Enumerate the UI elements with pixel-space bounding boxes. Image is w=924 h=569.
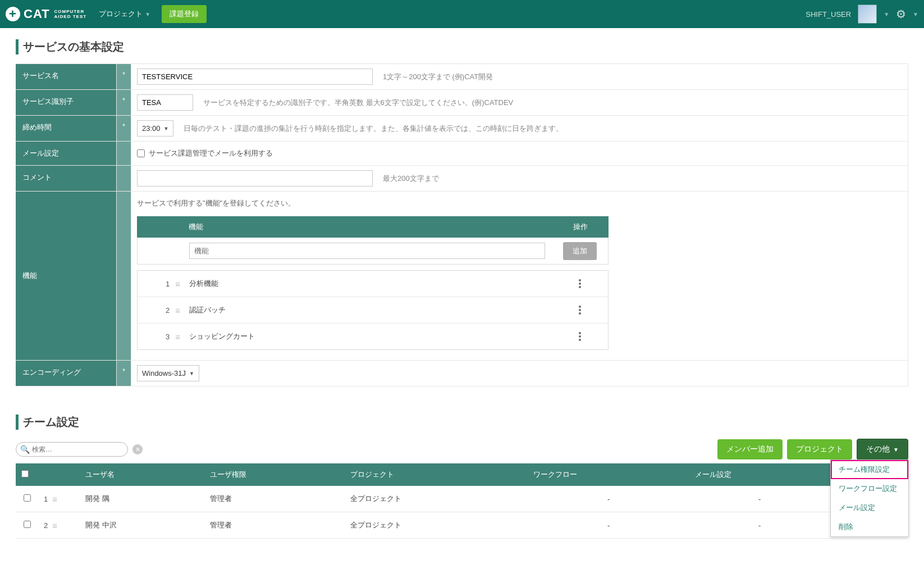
cell-workflow: - (528, 486, 689, 512)
dropdown-mail[interactable]: メール設定 (831, 498, 908, 517)
search-box: 🔍 (16, 442, 128, 457)
cell-workflow: - (528, 512, 689, 539)
username-label: SHIFT_USER (806, 10, 851, 19)
row-checkbox[interactable] (24, 521, 31, 528)
feature-row: 2≡認証バッチ (138, 297, 608, 324)
cell-username: 開発 隅 (80, 486, 204, 512)
team-header-row: ユーザ名 ユーザ権限 プロジェクト ワークフロー メール設定 (16, 463, 908, 486)
search-icon: 🔍 (20, 445, 30, 454)
hint-comment: 最大200文字まで (383, 174, 439, 184)
col-mail: メール設定 (689, 463, 830, 486)
label-service-name: サービス名 (16, 64, 117, 89)
row-index: 2 (44, 521, 48, 530)
chevron-down-icon: ▼ (893, 447, 899, 453)
cell-mail: - (689, 486, 830, 512)
team-row: 1≡開発 隅管理者全プロジェクト-- (16, 486, 908, 512)
deadline-select[interactable]: 23:00 (137, 120, 173, 136)
cell-project: 全プロジェクト (345, 486, 528, 512)
top-bar: + CAT COMPUTER AIDED TEST プロジェクト▼ 課題登録 S… (0, 0, 924, 28)
cell-project: 全プロジェクト (345, 512, 528, 539)
feature-row: 1≡分析機能 (138, 271, 608, 297)
req-mark: * (117, 361, 131, 386)
more-actions-icon[interactable] (579, 306, 581, 315)
row-index: 1 (44, 495, 48, 503)
logo-plus-icon: + (6, 7, 20, 21)
more-actions-icon[interactable] (579, 279, 581, 288)
hint-service-id: サービスを特定するための識別子です。半角英数 最大6文字で設定してください。(例… (203, 98, 513, 108)
team-row: 2≡開発 中沢管理者全プロジェクト-- (16, 512, 908, 539)
gear-chevron-down-icon[interactable]: ▼ (913, 11, 918, 17)
nav-project-dropdown[interactable]: プロジェクト▼ (99, 9, 150, 19)
hint-deadline: 日毎のテスト・課題の進捗の集計を行う時刻を指定します。また、各集計値を表示では、… (184, 124, 563, 134)
other-dropdown-button[interactable]: その他 ▼ チーム権限設定 ワークフロー設定 メール設定 削除 (857, 439, 908, 460)
label-deadline: 締め時間 (16, 116, 117, 141)
logo[interactable]: + CAT COMPUTER AIDED TEST (6, 7, 86, 21)
feature-name: ショッピングカート (182, 324, 552, 349)
user-area: SHIFT_USER ▼ ⚙ ▼ (806, 4, 918, 24)
col-username: ユーザ名 (80, 463, 204, 486)
label-service-id: サービス識別子 (16, 90, 117, 115)
req-mark: * (117, 116, 131, 141)
dropdown-delete[interactable]: 削除 (831, 517, 908, 536)
feature-table-header: 機能 操作 (137, 216, 609, 238)
label-encoding: エンコーディング (16, 361, 117, 386)
row-checkbox[interactable] (24, 494, 31, 502)
chevron-down-icon: ▼ (145, 11, 150, 17)
encoding-select[interactable]: Windows-31J (137, 365, 199, 381)
section-title-basic: サービスの基本設定 (16, 39, 908, 54)
service-name-input[interactable] (137, 69, 373, 85)
feature-index: 3 (166, 333, 170, 341)
feature-row: 3≡ショッピングカート (138, 324, 608, 349)
feature-name: 分析機能 (182, 271, 552, 297)
service-id-input[interactable] (137, 94, 193, 111)
feature-add-row: 追加 (137, 238, 609, 265)
dropdown-team-permission[interactable]: チーム権限設定 (831, 460, 908, 479)
cell-username: 開発 中沢 (80, 512, 204, 539)
feature-name-input[interactable] (189, 243, 545, 259)
feature-add-button[interactable]: 追加 (563, 242, 597, 260)
mail-checkbox-input[interactable] (137, 149, 145, 157)
col-role: ユーザ権限 (204, 463, 345, 486)
label-mail: メール設定 (16, 142, 117, 165)
dropdown-workflow[interactable]: ワークフロー設定 (831, 479, 908, 498)
team-toolbar: 🔍 ✕ メンバー追加 プロジェクト その他 ▼ チーム権限設定 ワークフロー設定… (16, 439, 908, 460)
search-input[interactable] (16, 442, 128, 457)
label-feature: 機能 (16, 192, 117, 360)
req-mark: * (117, 90, 131, 115)
drag-handle-icon[interactable]: ≡ (175, 332, 179, 342)
mail-checkbox[interactable]: サービス課題管理でメールを利用する (137, 148, 273, 158)
team-table: ユーザ名 ユーザ権限 プロジェクト ワークフロー メール設定 1≡開発 隅管理者… (16, 463, 908, 539)
add-member-button[interactable]: メンバー追加 (717, 439, 783, 459)
drag-handle-icon[interactable]: ≡ (52, 494, 56, 504)
clear-search-icon[interactable]: ✕ (132, 444, 143, 454)
select-all-checkbox[interactable] (21, 470, 29, 477)
req-blank (117, 166, 131, 191)
section-title-team: チーム設定 (16, 415, 908, 430)
gear-icon[interactable]: ⚙ (896, 7, 906, 21)
cell-mail: - (689, 512, 830, 539)
more-actions-icon[interactable] (579, 332, 581, 341)
drag-handle-icon[interactable]: ≡ (52, 521, 56, 530)
feature-index: 1 (166, 280, 170, 288)
label-comment: コメント (16, 166, 117, 191)
basic-form: サービス名 * 1文字～200文字まで (例)CAT開発 サービス識別子 * サ… (16, 63, 908, 386)
feature-list: 1≡分析機能2≡認証バッチ3≡ショッピングカート (137, 270, 609, 350)
feature-intro: サービスで利用する"機能"を登録してください。 (137, 198, 295, 208)
drag-handle-icon[interactable]: ≡ (175, 306, 179, 315)
col-workflow: ワークフロー (528, 463, 689, 486)
req-blank (117, 142, 131, 165)
avatar[interactable] (858, 4, 877, 24)
issue-register-button[interactable]: 課題登録 (162, 5, 207, 23)
cell-role: 管理者 (204, 486, 345, 512)
other-dropdown-menu: チーム権限設定 ワークフロー設定 メール設定 削除 (830, 459, 909, 537)
project-button[interactable]: プロジェクト (787, 439, 852, 459)
feature-name: 認証バッチ (182, 297, 552, 323)
logo-text-main: CAT (24, 7, 50, 21)
req-mark: * (117, 64, 131, 89)
logo-text-sub: COMPUTER AIDED TEST (54, 9, 87, 19)
comment-input[interactable] (137, 170, 373, 186)
feature-index: 2 (166, 306, 170, 315)
user-chevron-down-icon[interactable]: ▼ (884, 11, 889, 17)
drag-handle-icon[interactable]: ≡ (175, 279, 179, 289)
col-project: プロジェクト (345, 463, 528, 486)
